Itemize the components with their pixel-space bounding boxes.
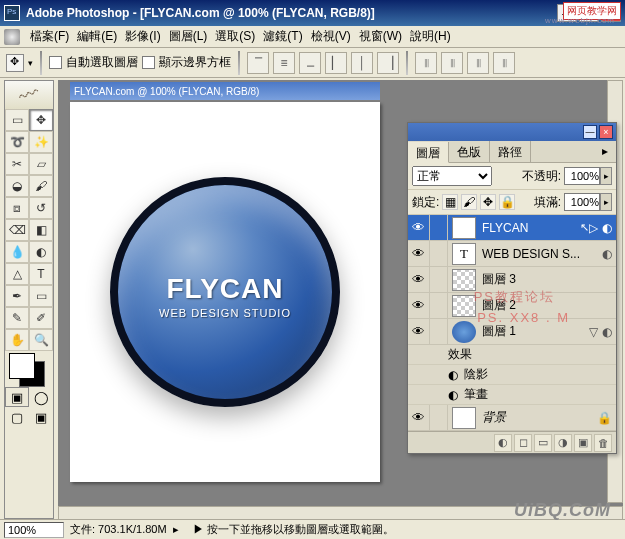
- link-column[interactable]: [430, 241, 448, 266]
- brush-tool[interactable]: 🖌: [29, 175, 53, 197]
- gradient-tool[interactable]: ◧: [29, 219, 53, 241]
- effect-row-effects[interactable]: 效果: [408, 345, 616, 365]
- opacity-input[interactable]: [564, 167, 600, 185]
- slice-tool[interactable]: ▱: [29, 153, 53, 175]
- screen-mode-2-icon[interactable]: ▣: [29, 407, 53, 427]
- align-top-icon[interactable]: ⎺: [247, 52, 269, 74]
- menu-help[interactable]: 說明(H): [406, 26, 455, 47]
- link-column[interactable]: [430, 319, 448, 344]
- dodge-tool[interactable]: ◐: [29, 241, 53, 263]
- type-tool[interactable]: T: [29, 263, 53, 285]
- wand-tool[interactable]: ✨: [29, 131, 53, 153]
- layer-row-webdesign[interactable]: 👁 T WEB DESIGN S... ◐: [408, 241, 616, 267]
- link-column[interactable]: [430, 293, 448, 318]
- foreground-color[interactable]: [9, 353, 35, 379]
- visibility-toggle-icon[interactable]: 👁: [408, 293, 430, 318]
- fx-badge-icon[interactable]: ◐: [602, 325, 612, 339]
- fx-badge-icon[interactable]: ◐: [602, 247, 612, 261]
- fx-triangle-icon[interactable]: ▽: [589, 325, 598, 339]
- zoom-tool[interactable]: 🔍: [29, 329, 53, 351]
- quickmask-mode-icon[interactable]: ◯: [29, 387, 53, 407]
- layer-name[interactable]: FLYCAN: [480, 221, 578, 235]
- tab-paths[interactable]: 路徑: [490, 141, 531, 162]
- visibility-toggle-icon[interactable]: 👁: [408, 267, 430, 292]
- layer-row-background[interactable]: 👁 背景 🔒: [408, 405, 616, 431]
- notes-tool[interactable]: ✎: [5, 307, 29, 329]
- visibility-toggle-icon[interactable]: 👁: [408, 319, 430, 344]
- blend-mode-select[interactable]: 正常: [412, 166, 492, 186]
- adjust-button-icon[interactable]: ◑: [554, 434, 572, 452]
- screen-mode-1-icon[interactable]: ▢: [5, 407, 29, 427]
- stamp-tool[interactable]: ⧈: [5, 197, 29, 219]
- fill-input[interactable]: [564, 193, 600, 211]
- panel-close-icon[interactable]: ×: [599, 125, 613, 139]
- folder-button-icon[interactable]: ▭: [534, 434, 552, 452]
- link-column[interactable]: [430, 405, 448, 430]
- visibility-toggle-icon[interactable]: 👁: [408, 215, 430, 240]
- visibility-toggle-icon[interactable]: 👁: [408, 241, 430, 266]
- tab-layers[interactable]: 圖層: [408, 142, 449, 163]
- dropdown-icon[interactable]: ▾: [28, 58, 33, 68]
- current-tool-indicator[interactable]: [6, 54, 24, 72]
- lock-all-icon[interactable]: 🔒: [499, 194, 515, 210]
- visibility-toggle-icon[interactable]: 👁: [408, 405, 430, 430]
- heal-tool[interactable]: ◒: [5, 175, 29, 197]
- effect-row-stroke[interactable]: ◐筆畫: [408, 385, 616, 405]
- layer-name[interactable]: WEB DESIGN S...: [480, 247, 602, 261]
- fx-button-icon[interactable]: ◐: [494, 434, 512, 452]
- show-bounds-checkbox[interactable]: [142, 56, 155, 69]
- menu-image[interactable]: 影像(I): [121, 26, 164, 47]
- eyedropper-tool[interactable]: ✐: [29, 307, 53, 329]
- layer-name[interactable]: 背景: [480, 409, 597, 426]
- hand-tool[interactable]: ✋: [5, 329, 29, 351]
- panel-menu-icon[interactable]: ▸: [594, 141, 616, 162]
- auto-select-checkbox[interactable]: [49, 56, 62, 69]
- menu-filter[interactable]: 濾鏡(T): [259, 26, 306, 47]
- tab-channels[interactable]: 色版: [449, 141, 490, 162]
- pen-tool[interactable]: ✒: [5, 285, 29, 307]
- menu-view[interactable]: 檢視(V): [307, 26, 355, 47]
- lock-pixels-icon[interactable]: 🖌: [461, 194, 477, 210]
- lasso-tool[interactable]: ➰: [5, 131, 29, 153]
- distribute-bottom-icon[interactable]: ⫴: [467, 52, 489, 74]
- document-titlebar[interactable]: FLYCAN.com @ 100% (FLYCAN, RGB/8): [70, 82, 380, 100]
- menu-layer[interactable]: 圖層(L): [165, 26, 212, 47]
- fx-badge-icon[interactable]: ◐: [602, 221, 612, 235]
- link-column[interactable]: [430, 215, 448, 240]
- align-left-icon[interactable]: ▏: [325, 52, 347, 74]
- blur-tool[interactable]: 💧: [5, 241, 29, 263]
- zoom-field[interactable]: 100%: [4, 522, 64, 538]
- lock-transparent-icon[interactable]: ▦: [442, 194, 458, 210]
- menu-select[interactable]: 選取(S): [211, 26, 259, 47]
- dropdown-icon[interactable]: ▸: [173, 523, 179, 536]
- move-tool[interactable]: ✥: [29, 109, 53, 131]
- color-swatches[interactable]: [5, 351, 53, 387]
- fill-slider-icon[interactable]: ▸: [600, 193, 612, 211]
- fx-triangle-icon[interactable]: ▷: [589, 221, 598, 235]
- align-hcenter-icon[interactable]: │: [351, 52, 373, 74]
- menu-window[interactable]: 視窗(W): [355, 26, 406, 47]
- menu-edit[interactable]: 編輯(E): [73, 26, 121, 47]
- mask-button-icon[interactable]: ◻: [514, 434, 532, 452]
- trash-button-icon[interactable]: 🗑: [594, 434, 612, 452]
- path-select-tool[interactable]: △: [5, 263, 29, 285]
- history-brush-tool[interactable]: ↺: [29, 197, 53, 219]
- layer-row-flycan[interactable]: 👁 T FLYCAN ↖ ▷◐: [408, 215, 616, 241]
- standard-mode-icon[interactable]: ▣: [5, 387, 29, 407]
- panel-titlebar[interactable]: — ×: [408, 123, 616, 141]
- crop-tool[interactable]: ✂: [5, 153, 29, 175]
- link-column[interactable]: [430, 267, 448, 292]
- shape-tool[interactable]: ▭: [29, 285, 53, 307]
- panel-minimize-icon[interactable]: —: [583, 125, 597, 139]
- new-layer-button-icon[interactable]: ▣: [574, 434, 592, 452]
- align-bottom-icon[interactable]: ⎽: [299, 52, 321, 74]
- layer-name[interactable]: 圖層 1: [480, 323, 589, 340]
- lock-position-icon[interactable]: ✥: [480, 194, 496, 210]
- layer-name[interactable]: 圖層 3: [480, 271, 616, 288]
- distribute-left-icon[interactable]: ⫴: [493, 52, 515, 74]
- align-vcenter-icon[interactable]: ≡: [273, 52, 295, 74]
- align-right-icon[interactable]: ▕: [377, 52, 399, 74]
- distribute-vcenter-icon[interactable]: ⫴: [441, 52, 463, 74]
- document-icon[interactable]: [4, 29, 20, 45]
- marquee-tool[interactable]: ▭: [5, 109, 29, 131]
